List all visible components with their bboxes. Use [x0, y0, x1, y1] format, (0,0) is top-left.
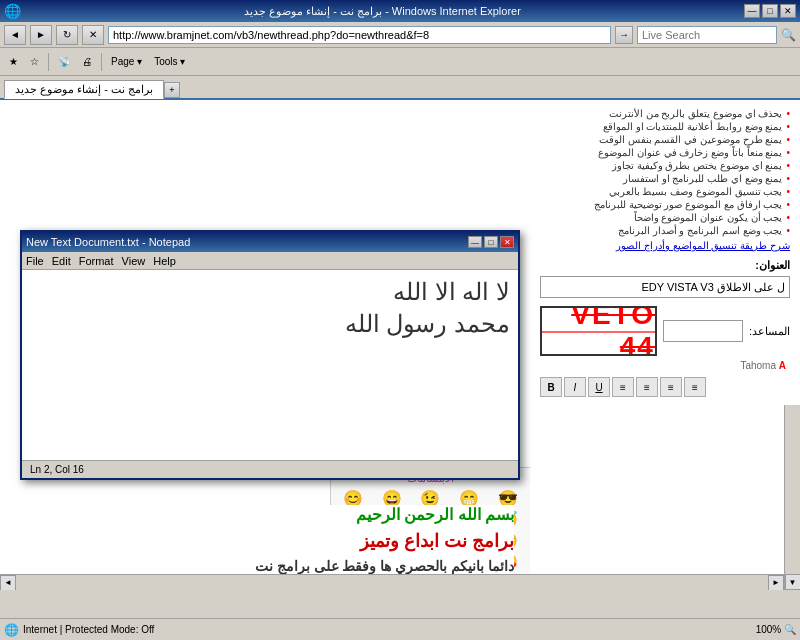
refresh-button[interactable]: ↻: [56, 25, 78, 45]
zoom-icon[interactable]: 🔍: [784, 624, 796, 635]
search-input[interactable]: [637, 26, 777, 44]
notepad-close[interactable]: ✕: [500, 236, 514, 248]
format-bold[interactable]: B: [540, 377, 562, 397]
status-security: Internet | Protected Mode: Off: [23, 624, 744, 635]
address-bar: ◄ ► ↻ ✕ → 🔍: [0, 22, 800, 48]
horizontal-scrollbar[interactable]: ◄ ►: [0, 574, 784, 590]
forum-title: برامج نت ابداع وتميز: [205, 530, 514, 552]
scroll-right[interactable]: ►: [768, 575, 784, 591]
rule-item: يجب تنسيق الموضوع وصف بسيط بالعربي: [540, 186, 790, 197]
print-button[interactable]: 🖨: [77, 51, 97, 73]
favorites-star[interactable]: ★: [4, 51, 23, 73]
notepad-menu-view[interactable]: View: [122, 255, 146, 267]
notepad-menu-help[interactable]: Help: [153, 255, 176, 267]
rss-button[interactable]: 📡: [53, 51, 75, 73]
toolbar-separator-2: [101, 53, 102, 71]
close-button[interactable]: ✕: [780, 4, 796, 18]
notepad-controls: — □ ✕: [468, 236, 514, 248]
rule-item: يمنع وضع روابط أعلانية للمنتديات او المو…: [540, 121, 790, 132]
forum-text-area: بسم الله الرحمن الرحيم برامج نت ابداع وت…: [205, 505, 514, 574]
rule-item: يجب وضع اسم البرنامج و أصدار البرنامج: [540, 225, 790, 236]
active-tab[interactable]: برامج نت - إنشاء موضوع جديد: [4, 80, 164, 99]
notepad-statusbar: Ln 2, Col 16: [22, 460, 518, 478]
rule-item: يمنع اي موضوع يختص بطرق وكيفية تجاوز: [540, 160, 790, 171]
search-icon: 🔍: [781, 28, 796, 42]
go-button[interactable]: →: [615, 26, 633, 44]
format-align1[interactable]: ≡: [612, 377, 634, 397]
scroll-track[interactable]: [16, 576, 768, 590]
captcha-input[interactable]: [663, 320, 743, 342]
rules-link[interactable]: شرح طريقة تنسيق المواضيع وأدراج الصور: [540, 240, 790, 251]
notepad-status: Ln 2, Col 16: [30, 464, 84, 475]
ie-logo: 🌐: [4, 3, 21, 19]
captcha-image: VETO 44: [540, 306, 657, 356]
title-bar: 🌐 برامج نت - إنشاء موضوع جديد - Windows …: [0, 0, 800, 22]
rule-item: يجب أن يكون عنوان الموضوع واضحاً: [540, 212, 790, 223]
color-indicator: A: [779, 360, 786, 371]
rule-item: يمنع منعاً باتاً وضع زخارف في عنوان المو…: [540, 147, 790, 158]
tab-bar: برامج نت - إنشاء موضوع جديد +: [0, 76, 800, 100]
captcha-label: المساعد:: [749, 325, 790, 338]
add-favorites[interactable]: ☆: [25, 51, 44, 73]
status-bar: 🌐 Internet | Protected Mode: Off 100% 🔍: [0, 618, 800, 640]
notepad-line1: لا اله الا الله: [30, 278, 510, 306]
rules-list: يحذف اي موضوع يتعلق بالربح من الأنترنت ي…: [540, 108, 790, 236]
notepad-window: New Text Document.txt - Notepad — □ ✕ Fi…: [20, 230, 520, 480]
notepad-title: New Text Document.txt - Notepad: [26, 236, 468, 248]
format-align4[interactable]: ≡: [684, 377, 706, 397]
notepad-minimize[interactable]: —: [468, 236, 482, 248]
notepad-line2: محمد رسول الله: [30, 310, 510, 338]
format-align3[interactable]: ≡: [660, 377, 682, 397]
bismillah-text: بسم الله الرحمن الرحيم: [205, 505, 514, 524]
status-ie-icon: 🌐: [4, 623, 19, 637]
back-button[interactable]: ◄: [4, 25, 26, 45]
window-title: برامج نت - إنشاء موضوع جديد - Windows In…: [21, 5, 744, 18]
rule-item: يجب ارفاق مع الموضوع صور توضيحية للبرنام…: [540, 199, 790, 210]
rule-item: يمنع طرح موضوعين في القسم بنفس الوقت: [540, 134, 790, 145]
format-italic[interactable]: I: [564, 377, 586, 397]
main-toolbar: ★ ☆ 📡 🖨 Page ▾ Tools ▾: [0, 48, 800, 76]
stop-button[interactable]: ✕: [82, 25, 104, 45]
scroll-left[interactable]: ◄: [0, 575, 16, 591]
notepad-maximize[interactable]: □: [484, 236, 498, 248]
window-controls: — □ ✕: [744, 4, 796, 18]
notepad-menu-edit[interactable]: Edit: [52, 255, 71, 267]
maximize-button[interactable]: □: [762, 4, 778, 18]
rule-item: يحذف اي موضوع يتعلق بالربح من الأنترنت: [540, 108, 790, 119]
toolbar-separator: [48, 53, 49, 71]
new-tab-button[interactable]: +: [164, 82, 180, 98]
format-align2[interactable]: ≡: [636, 377, 658, 397]
notepad-text-area[interactable]: لا اله الا الله محمد رسول الله: [22, 270, 518, 460]
page-menu[interactable]: Page ▾: [106, 51, 147, 73]
rules-panel: يحذف اي موضوع يتعلق بالربح من الأنترنت ي…: [530, 100, 800, 405]
notepad-titlebar: New Text Document.txt - Notepad — □ ✕: [22, 232, 518, 252]
notepad-menu-file[interactable]: File: [26, 255, 44, 267]
font-label: Tahoma: [740, 360, 776, 371]
address-input[interactable]: [108, 26, 611, 44]
rule-item: يمنع وضع اي طلب للبرنامج او استفسار: [540, 173, 790, 184]
tools-menu[interactable]: Tools ▾: [149, 51, 190, 73]
notepad-menubar: File Edit Format View Help: [22, 252, 518, 270]
notepad-menu-format[interactable]: Format: [79, 255, 114, 267]
browser-content: ▲ ▼ يحذف اي موضوع يتعلق بالربح من الأنتر…: [0, 100, 800, 590]
scroll-down[interactable]: ▼: [785, 574, 801, 590]
minimize-button[interactable]: —: [744, 4, 760, 18]
title-input[interactable]: [540, 276, 790, 298]
status-zoom: 100% 🔍: [756, 624, 796, 635]
format-underline[interactable]: U: [588, 377, 610, 397]
forum-subtitle: دائما بانيكم بالحصري ها وفقط على برامج ن…: [205, 558, 514, 574]
title-label: العنوان:: [755, 259, 790, 271]
forward-button[interactable]: ►: [30, 25, 52, 45]
